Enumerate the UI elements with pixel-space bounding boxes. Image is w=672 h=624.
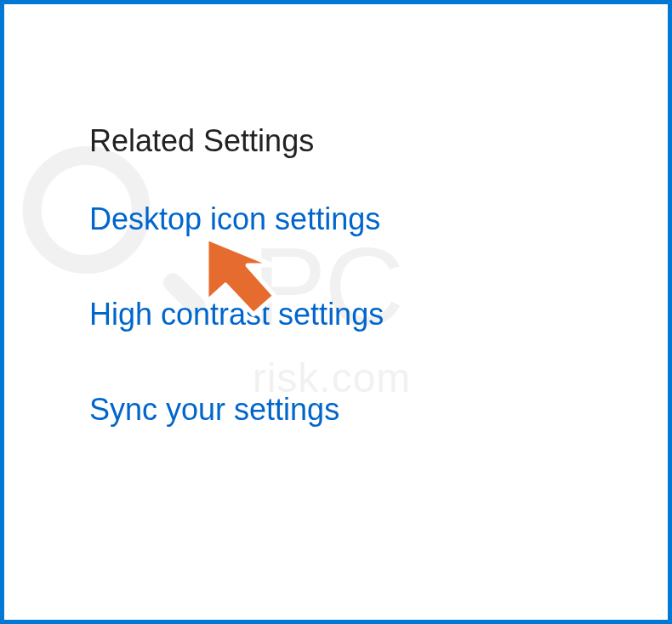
high-contrast-settings-link[interactable]: High contrast settings bbox=[89, 297, 583, 332]
related-settings-section: Related Settings Desktop icon settings H… bbox=[89, 123, 583, 428]
settings-panel-frame: PC risk.com Related Settings Desktop ico… bbox=[0, 0, 672, 624]
section-heading: Related Settings bbox=[89, 123, 583, 159]
desktop-icon-settings-link[interactable]: Desktop icon settings bbox=[89, 201, 583, 237]
sync-your-settings-link[interactable]: Sync your settings bbox=[89, 392, 583, 428]
